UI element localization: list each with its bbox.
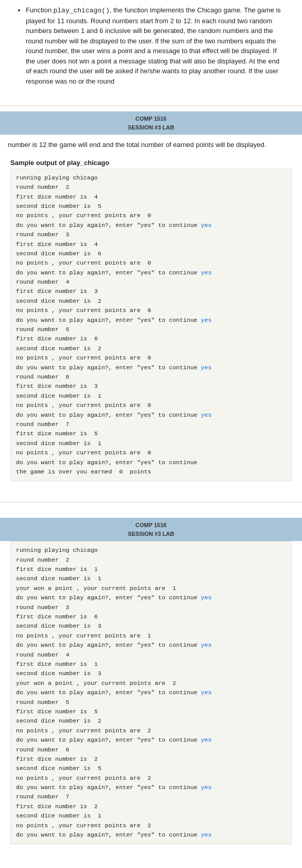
code-line: round number 7	[16, 420, 286, 429]
code-line: do you want to play again?, enter "yes" …	[16, 363, 286, 372]
code-line: do you want to play again?, enter "yes" …	[16, 316, 286, 325]
code-line: round number 3	[16, 603, 286, 612]
code-line: second dice number is 5	[16, 202, 286, 211]
code-line: first dice number is 3	[16, 287, 286, 296]
code-line: round number 3	[16, 230, 286, 239]
code-line: round number 2	[16, 183, 286, 192]
code-line: your won a point , your current points a…	[16, 679, 286, 688]
header-bar-1: COMP 1516 SESSION #3 LAB	[0, 111, 302, 135]
code-line: second dice number is 5	[16, 764, 286, 773]
code-line: first dice number is 6	[16, 612, 286, 621]
code-line: round number 6	[16, 372, 286, 382]
code-line: first dice number is 2	[16, 755, 286, 764]
yes-word: yes	[201, 784, 212, 791]
code-line: no points , your current points are 1	[16, 631, 286, 641]
code-line: first dice number is 3	[16, 382, 286, 391]
header2-line1: COMP 1516	[5, 521, 297, 530]
code-line: round number 2	[16, 555, 286, 565]
yes-word: yes	[201, 689, 212, 696]
code-line: no points , your current points are 0	[16, 401, 286, 410]
code-line: second dice number is 1	[16, 439, 286, 448]
code-line: first dice number is 1	[16, 565, 286, 574]
header2-line2: SESSION #3 LAB	[5, 530, 297, 538]
code-line: do you want to play again?, enter "yes" …	[16, 411, 286, 420]
yes-word: yes	[201, 317, 212, 323]
intro-text-before: Function	[26, 6, 53, 14]
continuation-span: number is 12 the game will end and the t…	[8, 141, 266, 149]
code-line: no points , your current points are 0	[16, 306, 286, 315]
yes-word: yes	[201, 642, 212, 648]
code-line: round number 7	[16, 792, 286, 801]
code-line: first dice number is 4	[16, 192, 286, 202]
code-line: second dice number is 3	[16, 621, 286, 631]
function-name: play_chicago()	[53, 7, 109, 14]
code-line: the game is over you earned 0 points	[16, 467, 286, 477]
code-line: no points , your current points are 2	[16, 774, 286, 783]
yes-word: yes	[201, 269, 212, 276]
code-line: round number 4	[16, 650, 286, 660]
code-line: do you want to play again?, enter "yes" …	[16, 268, 286, 277]
intro-section: Function play_chicago(), the function im…	[0, 0, 302, 101]
code-line: do you want to play again?, enter "yes" …	[16, 221, 286, 230]
yes-word: yes	[201, 412, 212, 418]
code-line: first dice number is 6	[16, 334, 286, 343]
code-line: do you want to play again?, enter "yes" …	[16, 641, 286, 650]
code-line: do you want to play again?, enter "yes" …	[16, 783, 286, 792]
code-line: second dice number is 1	[16, 574, 286, 583]
code-line: do you want to play again?, enter "yes" …	[16, 458, 286, 467]
intro-bullet: Function play_chicago(), the function im…	[26, 5, 287, 86]
header-line1: COMP 1516	[5, 114, 297, 123]
code-line: no points , your current points are 2	[16, 821, 286, 830]
code-line: second dice number is 1	[16, 811, 286, 821]
code-line: first dice number is 5	[16, 429, 286, 438]
continuation-text: number is 12 the game will end and the t…	[0, 135, 302, 156]
code-line: second dice number is 2	[16, 716, 286, 726]
header-bar-2: COMP 1516 SESSION #3 LAB	[0, 518, 302, 541]
code-line: running playing chicago	[16, 546, 286, 555]
yes-word: yes	[201, 594, 212, 601]
code-line: round number 5	[16, 325, 286, 334]
yes-word: yes	[201, 831, 212, 838]
sample-label: Sample output of play_chicago	[10, 159, 292, 167]
code-line: second dice number is 3	[16, 669, 286, 678]
code-line: first dice number is 2	[16, 802, 286, 811]
code-line: second dice number is 1	[16, 391, 286, 401]
code-line: do you want to play again?, enter "yes" …	[16, 688, 286, 697]
code-line: do you want to play again?, enter "yes" …	[16, 593, 286, 602]
divider-1	[0, 106, 302, 106]
code-block-1: running playing chicagoround number 2fir…	[10, 169, 292, 482]
code-line: do you want to play again?, enter "yes" …	[16, 735, 286, 745]
code-line: first dice number is 4	[16, 240, 286, 249]
code-block-2: running playing chicagoround number 2fir…	[10, 541, 292, 844]
code-line: no points , your current points are 0	[16, 448, 286, 457]
yes-word: yes	[201, 364, 212, 371]
yes-word: yes	[201, 222, 212, 228]
code-line: do you want to play again?, enter "yes" …	[16, 830, 286, 840]
code-line: round number 6	[16, 745, 286, 755]
intro-text-after: , the function implements the Chicago ga…	[26, 6, 281, 85]
panel-1: COMP 1516 SESSION #3 LAB number is 12 th…	[0, 111, 302, 481]
code-line: second dice number is 6	[16, 249, 286, 258]
code-line: round number 5	[16, 698, 286, 707]
code-line: second dice number is 2	[16, 297, 286, 306]
code-line: first dice number is 5	[16, 707, 286, 716]
code-line: your won a point , your current points a…	[16, 584, 286, 593]
panel-2: COMP 1516 SESSION #3 LAB running playing…	[0, 518, 302, 844]
code-line: round number 4	[16, 277, 286, 287]
code-line: second dice number is 2	[16, 344, 286, 353]
code-line: no points , your current points are 2	[16, 726, 286, 735]
code-line: no points , your current points are 0	[16, 258, 286, 268]
yes-word: yes	[201, 736, 212, 743]
code-line: first dice number is 1	[16, 660, 286, 669]
header-line2: SESSION #3 LAB	[5, 123, 297, 132]
divider-2	[0, 502, 302, 502]
code-line: running playing chicago	[16, 173, 286, 183]
code-line: no points , your current points are 0	[16, 211, 286, 220]
code-line: no points , your current points are 0	[16, 353, 286, 363]
